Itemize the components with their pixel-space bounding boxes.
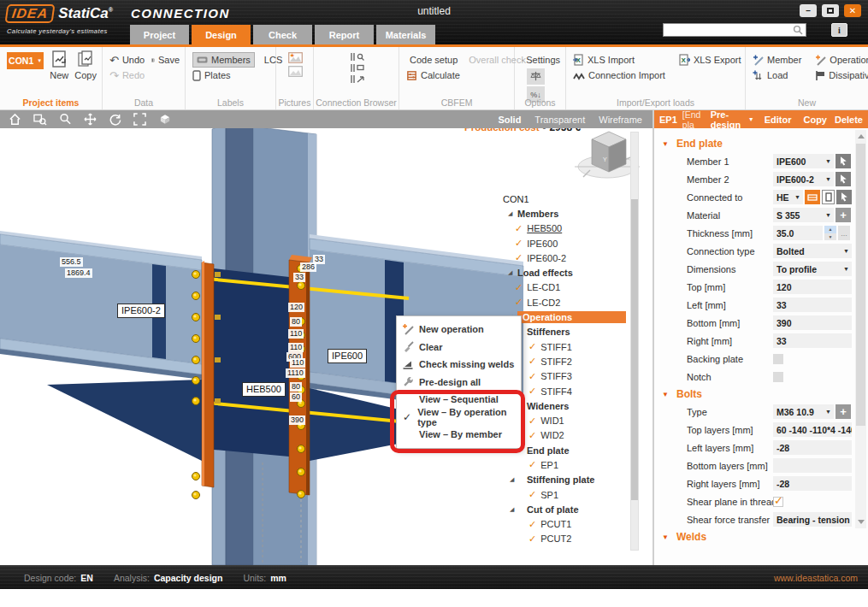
view-mode-transparent[interactable]: Transparent — [534, 115, 585, 125]
tree-item-label[interactable]: Load effects — [517, 268, 573, 278]
section-header-bolts[interactable]: ▼Bolts — [654, 386, 868, 403]
dropdown[interactable]: S 355▼ — [773, 208, 834, 222]
tree-item-label[interactable]: PCUT1 — [540, 519, 571, 529]
tree-row-le-cd2[interactable]: ✓LE-CD2 — [501, 295, 650, 309]
text-input[interactable]: -28 — [773, 476, 852, 491]
new-load-button[interactable]: Load — [767, 70, 788, 80]
spinner-control[interactable]: ▲▼ — [824, 226, 836, 240]
tree-row-con1[interactable]: CON1 — [501, 192, 650, 206]
context-menu-item-1[interactable]: New operation — [397, 321, 521, 339]
members-labels-toggle[interactable]: Members — [192, 52, 255, 68]
tree-row-pcut2[interactable]: ✓PCUT2 — [501, 532, 650, 546]
rotate-icon[interactable] — [109, 113, 121, 126]
browser-export-icon[interactable] — [350, 74, 365, 84]
numeric-input[interactable]: 35.0 — [773, 226, 823, 240]
dropdown[interactable]: HE▼ — [773, 190, 803, 204]
text-input[interactable]: 33 — [773, 333, 852, 348]
new-item-button[interactable]: New — [50, 50, 68, 80]
pan-icon[interactable] — [84, 113, 97, 126]
connect-web-button[interactable] — [822, 190, 835, 204]
scroll-down-icon[interactable] — [858, 520, 865, 524]
checkbox[interactable] — [773, 372, 783, 382]
section-header-welds[interactable]: ▼Welds — [654, 528, 868, 545]
browser-search-icon[interactable] — [350, 52, 365, 62]
check-icon[interactable]: ✓ — [528, 489, 536, 500]
text-input[interactable]: 120 — [773, 280, 852, 294]
dropdown[interactable]: Bearing - tension▼ — [773, 512, 852, 527]
check-icon[interactable]: ✓ — [528, 356, 536, 367]
zoom-window-icon[interactable] — [33, 113, 47, 126]
tree-row-heb500[interactable]: ✓HEB500 — [501, 221, 650, 236]
scale-factors-button[interactable] — [527, 68, 545, 85]
tree-item-label[interactable]: Members — [517, 209, 558, 219]
plates-labels-toggle[interactable]: Plates — [204, 70, 231, 80]
pick-in-scene-button[interactable] — [836, 172, 851, 186]
search-box[interactable] — [663, 23, 806, 37]
check-icon[interactable]: ✓ — [515, 297, 523, 308]
tree-item-label[interactable]: IPE600-2 — [527, 253, 566, 263]
picture-gallery-icon[interactable] — [288, 66, 303, 77]
tab-project[interactable]: Project — [130, 25, 189, 44]
section-collapse-icon[interactable]: ▼ — [654, 533, 676, 541]
member-label[interactable]: HEB500 — [242, 382, 286, 397]
scrollbar-thumb[interactable] — [856, 144, 865, 426]
view-mode-solid[interactable]: Solid — [498, 115, 521, 125]
predesign-dropdown[interactable]: Pre-design▼ — [711, 110, 754, 130]
connect-flange-button[interactable] — [805, 190, 820, 204]
xls-import-button[interactable]: XLS Import — [588, 55, 635, 65]
website-link[interactable]: www.ideastatica.com — [774, 573, 858, 583]
tree-collapse-icon[interactable]: ◢ — [510, 506, 527, 513]
check-icon[interactable]: ✓ — [528, 341, 536, 352]
browser-plate-icon[interactable] — [350, 63, 365, 73]
undo-button[interactable]: Undo — [122, 55, 145, 65]
tree-item-label[interactable]: STIFF3 — [540, 371, 572, 381]
panel-scrollbar[interactable] — [855, 130, 866, 528]
new-operation-button[interactable]: Operation — [830, 55, 868, 65]
section-collapse-icon[interactable]: ▼ — [654, 140, 676, 148]
tree-row-members[interactable]: ◢Members — [501, 206, 650, 221]
text-input[interactable]: 33 — [773, 298, 852, 312]
tree-row-operations[interactable]: ◢Operations — [501, 309, 650, 324]
tree-row-stiffening-plate[interactable]: ◢Stiffening plate — [501, 473, 650, 487]
tree-item-label[interactable]: LE-CD2 — [527, 298, 560, 308]
check-icon[interactable]: ✓ — [515, 252, 523, 263]
minimize-button[interactable]: – — [800, 4, 817, 17]
context-menu-item-2[interactable]: Clear — [397, 339, 521, 357]
text-input[interactable]: 60 -140 -110*4 -140 — [773, 422, 852, 437]
save-picture-icon[interactable]: ★ — [288, 52, 303, 63]
tree-collapse-icon[interactable]: ◢ — [508, 210, 517, 217]
scroll-up-icon[interactable] — [858, 134, 865, 138]
more-options-button[interactable]: ... — [838, 226, 850, 240]
solid-view-icon[interactable] — [158, 113, 172, 126]
tree-row-stiffeners[interactable]: Stiffeners — [501, 325, 650, 339]
member-label[interactable]: IPE600-2 — [117, 304, 165, 318]
code-setup-button[interactable]: Code setup — [410, 55, 458, 65]
dropdown[interactable]: IPE600▼ — [773, 154, 834, 168]
tree-item-label[interactable]: SP1 — [540, 490, 558, 500]
tree-item-label[interactable]: STIFF4 — [540, 386, 572, 397]
tree-row-le-cd1[interactable]: ✓LE-CD1 — [501, 280, 650, 295]
tree-item-label[interactable]: WID1 — [540, 415, 564, 426]
tree-item-label[interactable]: IPE600 — [527, 239, 558, 249]
tree-item-label[interactable]: Stiffeners — [527, 327, 570, 337]
tree-item-label[interactable]: LE-CD1 — [527, 282, 560, 292]
context-menu-item-3[interactable]: Check missing welds — [397, 356, 521, 374]
check-icon[interactable]: ✓ — [528, 519, 536, 530]
connection-import-button[interactable]: Connection Import — [588, 70, 665, 80]
tree-row-stiff3[interactable]: ✓STIFF3 — [501, 369, 650, 384]
tree-row-ep1[interactable]: ✓EP1 — [501, 457, 650, 472]
checkbox[interactable] — [773, 497, 783, 507]
tree-item-label[interactable]: End plate — [527, 445, 570, 456]
context-menu-item-4[interactable]: Pre-design all — [397, 374, 521, 392]
con1-dropdown[interactable]: CON1▼ — [7, 52, 44, 69]
check-icon[interactable]: ✓ — [528, 386, 536, 397]
dropdown[interactable]: Bolted▼ — [773, 244, 852, 258]
new-member-button[interactable]: Member — [767, 55, 801, 65]
tree-item-label[interactable]: EP1 — [540, 460, 558, 470]
tree-collapse-icon[interactable]: ◢ — [510, 476, 527, 483]
view-mode-wireframe[interactable]: Wireframe — [599, 115, 642, 125]
tree-item-label[interactable]: Stiffening plate — [527, 474, 594, 485]
tree-item-label[interactable]: Wideners — [527, 401, 569, 411]
tree-row-stiff2[interactable]: ✓STIFF2 — [501, 354, 650, 368]
tree-item-label[interactable]: PCUT2 — [540, 533, 571, 544]
